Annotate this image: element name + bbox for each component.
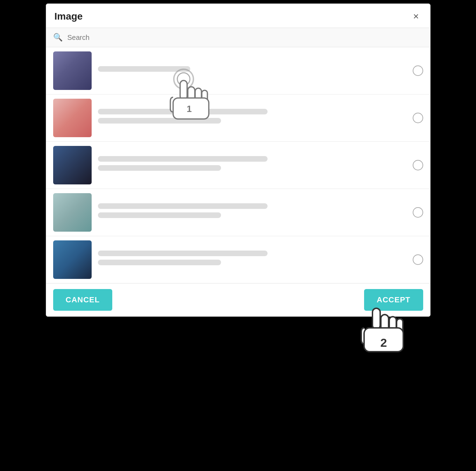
thumbnail: [53, 240, 92, 279]
radio-button[interactable]: [413, 65, 423, 76]
accept-button[interactable]: ACCEPT: [364, 289, 423, 311]
dialog-footer: CANCEL ACCEPT: [46, 283, 430, 316]
image-list: [46, 47, 430, 283]
search-bar: 🔍: [46, 28, 430, 47]
search-icon: 🔍: [53, 33, 63, 42]
item-text: [98, 66, 406, 75]
search-input[interactable]: [68, 34, 423, 42]
thumbnail: [53, 146, 92, 184]
dialog-title: Image: [55, 11, 83, 22]
svg-rect-11: [397, 319, 403, 334]
dialog-wrapper: Image × 🔍: [46, 3, 431, 317]
text-line: [98, 251, 268, 256]
svg-text:2: 2: [380, 336, 387, 349]
radio-button[interactable]: [413, 207, 423, 218]
list-item[interactable]: [46, 236, 430, 283]
item-text: [98, 156, 406, 174]
list-item[interactable]: [46, 47, 430, 94]
thumbnail: [53, 193, 92, 232]
text-line: [98, 109, 268, 114]
radio-button[interactable]: [413, 160, 423, 170]
text-line: [98, 156, 268, 162]
svg-rect-12: [364, 328, 403, 352]
thumbnail: [53, 51, 92, 90]
image-picker-dialog: Image × 🔍: [46, 3, 431, 317]
list-item[interactable]: [46, 189, 430, 236]
text-line: [98, 260, 221, 265]
text-line: [98, 212, 221, 218]
list-item[interactable]: [46, 94, 430, 142]
thumbnail: [53, 99, 92, 137]
item-text: [98, 203, 406, 222]
radio-button[interactable]: [413, 113, 423, 123]
text-line: [98, 118, 221, 124]
text-line: [98, 66, 191, 72]
svg-rect-10: [389, 317, 396, 334]
list-item[interactable]: [46, 142, 430, 189]
close-button[interactable]: ×: [410, 10, 421, 23]
svg-rect-9: [381, 315, 389, 334]
item-text: [98, 251, 406, 269]
item-text: [98, 109, 406, 127]
radio-button[interactable]: [413, 254, 423, 265]
dialog-header: Image ×: [46, 4, 430, 28]
text-line: [98, 165, 221, 171]
text-line: [98, 203, 268, 209]
cancel-button[interactable]: CANCEL: [53, 289, 113, 311]
